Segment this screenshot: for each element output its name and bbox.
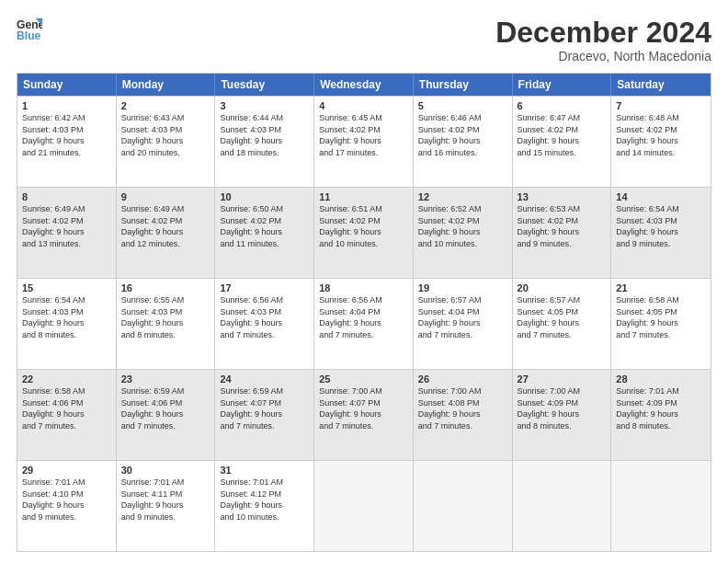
cell-info: Sunrise: 6:47 AMSunset: 4:02 PMDaylight:… [518,112,607,158]
logo-icon: General Blue [17,17,42,42]
day-cell-10: 10Sunrise: 6:50 AMSunset: 4:02 PMDayligh… [215,188,314,278]
day-cell-22: 22Sunrise: 6:58 AMSunset: 4:06 PMDayligh… [17,370,117,460]
day-cell-13: 13Sunrise: 6:53 AMSunset: 4:02 PMDayligh… [513,188,612,278]
header-day-monday: Monday [117,74,216,96]
header-day-friday: Friday [513,74,612,96]
day-number: 3 [220,100,309,111]
day-cell-12: 12Sunrise: 6:52 AMSunset: 4:02 PMDayligh… [414,188,513,278]
day-cell-25: 25Sunrise: 7:00 AMSunset: 4:07 PMDayligh… [314,370,414,460]
day-cell-1: 1Sunrise: 6:42 AMSunset: 4:03 PMDaylight… [17,97,117,187]
cell-info: Sunrise: 6:54 AMSunset: 4:03 PMDaylight:… [616,203,706,249]
cell-info: Sunrise: 6:48 AMSunset: 4:02 PMDaylight:… [616,112,706,158]
cell-info: Sunrise: 6:56 AMSunset: 4:03 PMDaylight:… [220,294,309,340]
calendar-row-4: 22Sunrise: 6:58 AMSunset: 4:06 PMDayligh… [17,369,711,460]
cell-info: Sunrise: 7:01 AMSunset: 4:09 PMDaylight:… [616,385,706,431]
day-cell-18: 18Sunrise: 6:56 AMSunset: 4:04 PMDayligh… [314,279,414,369]
header-day-wednesday: Wednesday [314,74,414,96]
empty-cell-4-3 [314,461,414,551]
empty-cell-4-4 [414,461,513,551]
day-number: 15 [22,282,111,293]
day-cell-6: 6Sunrise: 6:47 AMSunset: 4:02 PMDaylight… [513,97,612,187]
day-number: 10 [220,191,309,202]
day-number: 23 [121,373,210,385]
day-cell-31: 31Sunrise: 7:01 AMSunset: 4:12 PMDayligh… [215,461,314,551]
day-number: 27 [518,373,607,385]
day-number: 20 [518,282,607,293]
day-number: 18 [319,282,408,293]
calendar-row-1: 1Sunrise: 6:42 AMSunset: 4:03 PMDaylight… [17,96,711,187]
day-cell-29: 29Sunrise: 7:01 AMSunset: 4:10 PMDayligh… [17,461,117,551]
day-number: 4 [319,100,408,111]
day-cell-19: 19Sunrise: 6:57 AMSunset: 4:04 PMDayligh… [414,279,513,369]
empty-cell-4-5 [513,461,612,551]
cell-info: Sunrise: 6:55 AMSunset: 4:03 PMDaylight:… [121,294,210,340]
day-number: 14 [616,191,706,202]
cell-info: Sunrise: 6:45 AMSunset: 4:02 PMDaylight:… [319,112,408,158]
day-cell-9: 9Sunrise: 6:49 AMSunset: 4:02 PMDaylight… [117,188,216,278]
calendar-body: 1Sunrise: 6:42 AMSunset: 4:03 PMDaylight… [17,96,711,551]
day-cell-21: 21Sunrise: 6:58 AMSunset: 4:05 PMDayligh… [611,279,711,369]
day-number: 16 [121,282,210,293]
day-cell-7: 7Sunrise: 6:48 AMSunset: 4:02 PMDaylight… [611,97,711,187]
calendar-row-5: 29Sunrise: 7:01 AMSunset: 4:10 PMDayligh… [17,460,711,551]
calendar: SundayMondayTuesdayWednesdayThursdayFrid… [17,73,711,552]
cell-info: Sunrise: 7:00 AMSunset: 4:09 PMDaylight:… [518,385,607,431]
cell-info: Sunrise: 6:54 AMSunset: 4:03 PMDaylight:… [22,294,111,340]
cell-info: Sunrise: 6:57 AMSunset: 4:05 PMDaylight:… [518,294,607,340]
day-number: 25 [319,373,408,385]
cell-info: Sunrise: 6:58 AMSunset: 4:06 PMDaylight:… [22,385,111,431]
month-title: December 2024 [495,17,711,49]
cell-info: Sunrise: 6:49 AMSunset: 4:02 PMDaylight:… [22,203,111,249]
day-number: 30 [121,465,210,476]
day-number: 5 [418,100,507,111]
day-number: 9 [121,191,210,202]
day-cell-16: 16Sunrise: 6:55 AMSunset: 4:03 PMDayligh… [117,279,216,369]
day-number: 21 [616,282,706,293]
calendar-row-3: 15Sunrise: 6:54 AMSunset: 4:03 PMDayligh… [17,278,711,369]
cell-info: Sunrise: 7:01 AMSunset: 4:12 PMDaylight:… [220,477,309,523]
day-number: 17 [220,282,309,293]
cell-info: Sunrise: 6:46 AMSunset: 4:02 PMDaylight:… [418,112,507,158]
subtitle: Dracevo, North Macedonia [495,49,711,63]
day-number: 19 [418,282,507,293]
day-cell-14: 14Sunrise: 6:54 AMSunset: 4:03 PMDayligh… [611,188,711,278]
cell-info: Sunrise: 6:50 AMSunset: 4:02 PMDaylight:… [220,203,309,249]
day-cell-2: 2Sunrise: 6:43 AMSunset: 4:03 PMDaylight… [117,97,216,187]
day-cell-3: 3Sunrise: 6:44 AMSunset: 4:03 PMDaylight… [215,97,314,187]
day-number: 1 [22,100,111,111]
day-cell-4: 4Sunrise: 6:45 AMSunset: 4:02 PMDaylight… [314,97,414,187]
header-day-saturday: Saturday [611,74,711,96]
day-number: 8 [22,191,111,202]
day-number: 26 [418,373,507,385]
day-cell-30: 30Sunrise: 7:01 AMSunset: 4:11 PMDayligh… [117,461,216,551]
day-number: 13 [518,191,607,202]
day-cell-8: 8Sunrise: 6:49 AMSunset: 4:02 PMDaylight… [17,188,117,278]
header: General Blue December 2024 Dracevo, Nort… [17,17,711,63]
day-cell-23: 23Sunrise: 6:59 AMSunset: 4:06 PMDayligh… [117,370,216,460]
day-cell-15: 15Sunrise: 6:54 AMSunset: 4:03 PMDayligh… [17,279,117,369]
cell-info: Sunrise: 6:42 AMSunset: 4:03 PMDaylight:… [22,112,111,158]
svg-text:Blue: Blue [17,29,41,42]
day-cell-27: 27Sunrise: 7:00 AMSunset: 4:09 PMDayligh… [513,370,612,460]
day-number: 11 [319,191,408,202]
cell-info: Sunrise: 6:59 AMSunset: 4:06 PMDaylight:… [121,385,210,431]
header-day-sunday: Sunday [17,74,117,96]
day-cell-20: 20Sunrise: 6:57 AMSunset: 4:05 PMDayligh… [513,279,612,369]
day-number: 24 [220,373,309,385]
day-number: 12 [418,191,507,202]
calendar-row-2: 8Sunrise: 6:49 AMSunset: 4:02 PMDaylight… [17,187,711,278]
cell-info: Sunrise: 7:00 AMSunset: 4:08 PMDaylight:… [418,385,507,431]
cell-info: Sunrise: 6:58 AMSunset: 4:05 PMDaylight:… [616,294,706,340]
calendar-header: SundayMondayTuesdayWednesdayThursdayFrid… [17,74,711,96]
cell-info: Sunrise: 6:44 AMSunset: 4:03 PMDaylight:… [220,112,309,158]
day-number: 29 [22,465,111,476]
cell-info: Sunrise: 7:01 AMSunset: 4:11 PMDaylight:… [121,477,210,523]
title-block: December 2024 Dracevo, North Macedonia [495,17,711,63]
day-cell-24: 24Sunrise: 6:59 AMSunset: 4:07 PMDayligh… [215,370,314,460]
cell-info: Sunrise: 7:00 AMSunset: 4:07 PMDaylight:… [319,385,408,431]
day-cell-28: 28Sunrise: 7:01 AMSunset: 4:09 PMDayligh… [611,370,711,460]
cell-info: Sunrise: 6:53 AMSunset: 4:02 PMDaylight:… [518,203,607,249]
header-day-thursday: Thursday [414,74,513,96]
day-cell-5: 5Sunrise: 6:46 AMSunset: 4:02 PMDaylight… [414,97,513,187]
day-cell-11: 11Sunrise: 6:51 AMSunset: 4:02 PMDayligh… [314,188,414,278]
